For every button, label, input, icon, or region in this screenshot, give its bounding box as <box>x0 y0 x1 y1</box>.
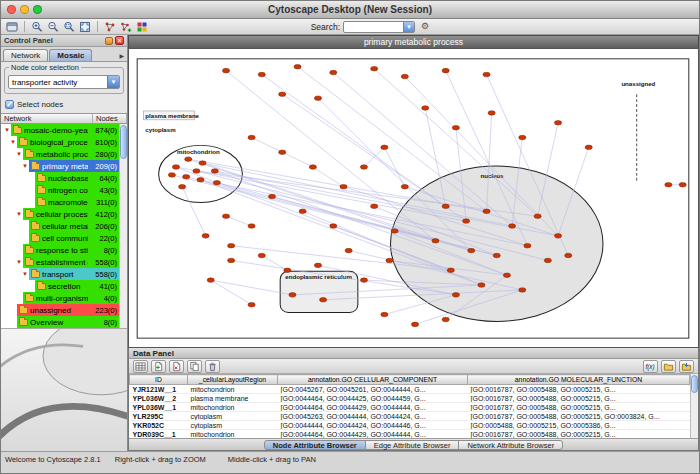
select-attributes-icon[interactable] <box>133 360 148 373</box>
status-zoom-hint: Right-click + drag to ZOOM <box>115 455 206 464</box>
delete-attribute-icon[interactable] <box>169 360 184 373</box>
search-options-icon[interactable]: ⚙ <box>418 20 432 33</box>
export-attributes-icon[interactable] <box>679 360 694 373</box>
toolbar-separator <box>24 21 25 32</box>
network-view-window: primary metabolic process mitochondrionn… <box>128 35 699 348</box>
birdseye-view[interactable] <box>1 328 127 451</box>
tree-row[interactable]: ▼establishment of l558(0) <box>1 256 119 268</box>
data-panel-toolbar: f(x) <box>129 359 698 374</box>
zoom-in-icon[interactable] <box>30 20 44 33</box>
table-cell: YKR052C <box>130 421 188 430</box>
tree-row[interactable]: nucleobase-co64(0) <box>1 172 119 184</box>
network-canvas[interactable]: mitochondrionnucleusendoplasmic reticulu… <box>129 49 698 347</box>
tab-edge-attribute-browser[interactable]: Edge Attribute Browser <box>365 440 460 450</box>
snapshot-icon[interactable] <box>5 20 19 33</box>
table-cell: [GO:0016787, GO:0005488, GO:0005215, G..… <box>468 430 690 439</box>
select-nodes-checkbox[interactable]: ✓ <box>5 100 14 109</box>
chevron-down-icon[interactable]: ▼ <box>107 76 119 88</box>
tree-row[interactable]: ▼transport558(0) <box>1 268 119 280</box>
folder-icon <box>19 139 28 146</box>
float-panel-icon[interactable] <box>105 37 113 45</box>
tree-item-count: 206(0) <box>88 222 119 231</box>
node-color-dropdown-value: transporter activity <box>12 78 77 87</box>
tree-row[interactable]: secretion41(0) <box>1 280 119 292</box>
folder-icon <box>31 235 40 242</box>
tree-scrollbar[interactable] <box>119 124 127 328</box>
tree-item-count: 280(0) <box>88 150 119 159</box>
select-nodes-label: Select nodes <box>17 100 63 109</box>
table-row[interactable]: YPL036W__1mitochondrion[GO:0044464, GO:0… <box>130 403 690 412</box>
trash-icon[interactable] <box>205 360 220 373</box>
tree-expander-icon[interactable]: ▼ <box>15 259 23 265</box>
table-row[interactable]: YPL036W__2plasma membrane[GO:0044464, GO… <box>130 394 690 403</box>
import-attributes-icon[interactable] <box>661 360 676 373</box>
tree-row[interactable]: ▼biological_process810(0) <box>1 136 119 148</box>
zoom-out-icon[interactable] <box>46 20 60 33</box>
table-row[interactable]: YJR121W__1mitochondrion[GO:0045267, GO:0… <box>130 385 690 394</box>
svg-text:plasma membrane: plasma membrane <box>145 113 199 119</box>
column-header[interactable]: _cellularLayoutRegion <box>188 375 278 385</box>
create-attribute-icon[interactable] <box>151 360 166 373</box>
copy-attribute-icon[interactable] <box>187 360 202 373</box>
tree-item-count: 810(0) <box>88 138 119 147</box>
column-header[interactable]: annotation.GO MOLECULAR_FUNCTION <box>468 375 690 385</box>
window-titlebar[interactable]: Cytoscape Desktop (New Session) <box>1 1 699 19</box>
close-panel-icon[interactable]: × <box>115 36 124 45</box>
tree-row[interactable]: cellular metabo206(0) <box>1 220 119 232</box>
column-header[interactable]: ID <box>130 375 188 385</box>
tree-expander-icon[interactable]: ▼ <box>21 163 29 169</box>
new-network-from-selection-icon[interactable] <box>119 20 133 33</box>
tree-header-network[interactable]: Network <box>1 114 93 123</box>
chevron-down-icon[interactable]: ▼ <box>403 22 414 32</box>
close-window-icon[interactable] <box>7 5 16 14</box>
tab-scroll-right-icon[interactable]: ▶ <box>116 50 127 61</box>
network-canvas-area: mitochondrionnucleusendoplasmic reticulu… <box>128 48 699 348</box>
zoom-selected-icon[interactable] <box>62 20 76 33</box>
folder-icon <box>25 259 34 266</box>
table-cell: cytoplasm <box>188 412 278 421</box>
table-row[interactable]: YKR052Ccytoplasm[GO:0044444, GO:0044424,… <box>130 421 690 430</box>
tab-mosaic[interactable]: Mosaic <box>49 49 92 61</box>
tree-row[interactable]: macromolecule311(0) <box>1 196 119 208</box>
tree-row[interactable]: cell communica22(0) <box>1 232 119 244</box>
status-pan-hint: Middle-click + drag to PAN <box>228 455 316 464</box>
tab-network-attribute-browser[interactable]: Network Attribute Browser <box>458 440 563 450</box>
tree-row[interactable]: ▼metabolic process280(0) <box>1 148 119 160</box>
formula-icon[interactable]: f(x) <box>643 360 658 373</box>
folder-icon <box>25 295 34 302</box>
column-header[interactable]: annotation.GO CELLULAR_COMPONENT <box>278 375 468 385</box>
zoom-fit-icon[interactable] <box>78 20 92 33</box>
tree-expander-icon[interactable]: ▼ <box>21 271 29 277</box>
tree-expander-icon[interactable]: ▼ <box>15 151 23 157</box>
search-input[interactable]: ▼ <box>343 21 415 33</box>
select-nodes-row[interactable]: ✓ Select nodes <box>5 98 123 110</box>
table-row[interactable]: YLR295Ccytoplasm[GO:0045263, GO:0044444,… <box>130 412 690 421</box>
network-view-title[interactable]: primary metabolic process <box>128 35 699 48</box>
first-neighbors-icon[interactable] <box>103 20 117 33</box>
tree-row[interactable]: unassigned223(0) <box>1 304 119 316</box>
tree-expander-icon[interactable]: ▼ <box>3 127 11 133</box>
scrollbar-thumb[interactable] <box>691 375 698 393</box>
tree-row[interactable]: multi-organism pro4(0) <box>1 292 119 304</box>
vizmapper-icon[interactable] <box>135 20 149 33</box>
table-scrollbar[interactable] <box>690 374 698 438</box>
tree-row[interactable]: nitrogen compo43(0) <box>1 184 119 196</box>
tree-row[interactable]: ▼mosaic-demo-yeast874(0) <box>1 124 119 136</box>
minimize-window-icon[interactable] <box>20 5 29 14</box>
scrollbar-thumb[interactable] <box>120 125 127 159</box>
table-cell: YLR295C <box>130 412 188 421</box>
tab-network[interactable]: Network <box>3 49 48 61</box>
tree-expander-icon[interactable]: ▼ <box>9 139 17 145</box>
zoom-window-icon[interactable] <box>33 5 42 14</box>
tree-header-nodes[interactable]: Nodes <box>93 114 127 123</box>
tree-row[interactable]: ▼cellular process412(0) <box>1 208 119 220</box>
node-color-dropdown[interactable]: transporter activity ▼ <box>8 75 120 89</box>
tree-row[interactable]: response to stimu8(0) <box>1 244 119 256</box>
folder-icon <box>25 211 34 218</box>
tree-row[interactable]: Overview8(0) <box>1 316 119 328</box>
tree-expander-icon[interactable]: ▼ <box>15 211 23 217</box>
tab-node-attribute-browser[interactable]: Node Attribute Browser <box>264 440 366 450</box>
attribute-table[interactable]: ID_cellularLayoutRegionannotation.GO CEL… <box>129 374 690 438</box>
table-row[interactable]: YDR039C__1mitochondrion[GO:0044464, GO:0… <box>130 430 690 439</box>
tree-row[interactable]: ▼primary metabo209(0) <box>1 160 119 172</box>
